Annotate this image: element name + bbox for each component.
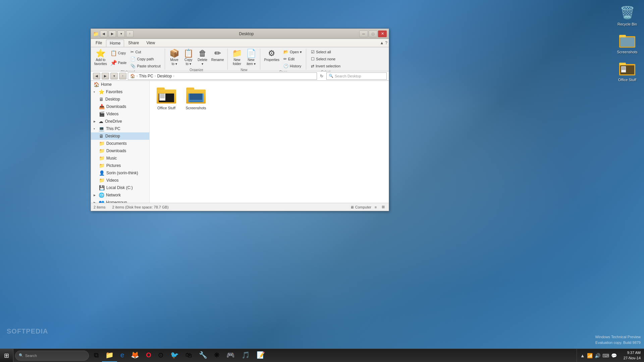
open-button[interactable]: 📂 Open ▾ xyxy=(281,49,304,55)
move-to-button[interactable]: 📦 Moveto ▾ xyxy=(168,49,181,67)
softpedia-watermark: SOFTPEDIA xyxy=(7,327,48,335)
task-view-button[interactable]: ⧉ xyxy=(91,349,102,362)
file-item-office-stuff[interactable]: Office Stuff xyxy=(153,84,180,112)
sidebar-item-pc-videos[interactable]: 📁 Videos xyxy=(91,177,149,184)
sidebar-item-pc-documents[interactable]: 📁 Documents xyxy=(91,140,149,147)
sidebar-item-pc-desktop[interactable]: 🖥 Desktop xyxy=(91,132,149,140)
add-to-favorites-button[interactable]: ⭐ Add tofavorites xyxy=(93,49,108,67)
sidebar-item-pc-downloads[interactable]: 📁 Downloads xyxy=(91,147,149,155)
sidebar-item-fav-desktop[interactable]: 🖥 Desktop xyxy=(91,96,149,103)
ribbon-collapse[interactable]: ▲ xyxy=(380,41,384,45)
tab-share[interactable]: Share xyxy=(125,39,142,47)
tray-notification-icon[interactable]: 💬 xyxy=(611,353,617,358)
minimize-button[interactable]: ─ xyxy=(359,31,368,37)
rename-icon: ✏ xyxy=(214,49,221,57)
select-all-button[interactable]: ☑ Select all xyxy=(309,49,342,55)
taskbar-app-firefox[interactable]: 🦊 xyxy=(127,349,143,362)
copy-to-button[interactable]: 📋 Copyto ▾ xyxy=(182,49,195,67)
office-stuff-desktop-icon[interactable]: Office Stuff xyxy=(614,59,641,83)
properties-button[interactable]: ⚙ Properties xyxy=(263,49,281,67)
ribbon-content: ⭐ Add tofavorites 📋 Copy 📌 Paste xyxy=(91,47,389,71)
file-item-screenshots[interactable]: Screenshots xyxy=(182,84,209,112)
sidebar-item-favorites[interactable]: ▾ ⭐ Favorites xyxy=(91,88,149,96)
tray-network-icon[interactable]: 📶 xyxy=(587,353,593,358)
addr-dropdown-button[interactable]: ▾ xyxy=(110,73,118,79)
sidebar-item-this-pc[interactable]: ▾ 💻 This PC xyxy=(91,125,149,132)
address-path[interactable]: 🏠 › This PC › Desktop › xyxy=(128,72,317,80)
history-button[interactable]: 🕐 History xyxy=(281,63,304,69)
sidebar-item-pc-music[interactable]: 📁 Music xyxy=(91,155,149,162)
recent-button[interactable]: ▾ xyxy=(117,31,125,37)
pc-downloads-label: Downloads xyxy=(106,148,126,153)
select-all-icon: ☑ xyxy=(311,50,315,54)
screenshots-desktop-icon[interactable]: Screenshots xyxy=(614,31,641,56)
tab-view[interactable]: View xyxy=(143,39,158,47)
forward-button[interactable]: ▶ xyxy=(109,31,116,37)
taskbar-app-store[interactable]: 🛍 xyxy=(182,349,196,362)
taskbar-app-chrome[interactable]: ⊙ xyxy=(155,349,167,362)
invert-icon: ⇄ xyxy=(311,64,314,68)
maximize-button[interactable]: □ xyxy=(369,31,377,37)
edit-button[interactable]: ✏ Edit xyxy=(281,56,304,62)
refresh-button[interactable]: ↻ xyxy=(318,73,325,79)
paste-button[interactable]: 📌 Paste xyxy=(109,58,128,68)
delete-button[interactable]: 🗑 Delete▾ xyxy=(196,49,209,67)
new-item-button[interactable]: 📄 Newitem ▾ xyxy=(245,49,258,67)
list-view-button[interactable]: ≡ xyxy=(373,204,379,210)
sidebar-item-pc-user[interactable]: 👤 Sorin (sorin-think) xyxy=(91,169,149,177)
copy-path-button[interactable]: 📄 Copy path xyxy=(128,56,162,62)
cut-button[interactable]: ✂ Cut xyxy=(128,49,162,55)
path-this-pc[interactable]: This PC xyxy=(139,74,153,78)
new-folder-button[interactable]: 📁 Newfolder xyxy=(230,49,244,67)
home-icon: 🏠 xyxy=(94,82,99,87)
sidebar-homegroup-label: Homegroup xyxy=(106,200,127,203)
select-none-button[interactable]: ☐ Select none xyxy=(309,56,342,62)
help-button[interactable]: ? xyxy=(385,41,387,45)
sidebar-item-homegroup[interactable]: ▶ 👥 Homegroup xyxy=(91,199,149,203)
sidebar-item-local-disk[interactable]: 💾 Local Disk (C:) xyxy=(91,184,149,191)
taskbar-app-notepad[interactable]: 📝 xyxy=(253,349,268,362)
sidebar-item-fav-downloads[interactable]: 📥 Downloads xyxy=(91,103,149,110)
sidebar-item-onedrive[interactable]: ▶ ☁ OneDrive xyxy=(91,118,149,125)
copy-button[interactable]: 📋 Copy xyxy=(109,49,128,58)
tray-volume-icon[interactable]: 🔊 xyxy=(595,353,600,358)
sidebar-item-fav-videos[interactable]: 🎬 Videos xyxy=(91,110,149,118)
taskbar-app-opera[interactable]: O xyxy=(143,349,155,362)
tab-home[interactable]: Home xyxy=(106,40,124,47)
taskbar-app-twitter[interactable]: 🐦 xyxy=(167,349,182,362)
pc-videos-icon: 📁 xyxy=(99,178,105,183)
rename-button[interactable]: ✏ Rename xyxy=(210,49,225,67)
sidebar-item-network[interactable]: ▶ 🌐 Network xyxy=(91,191,149,199)
up-button[interactable]: ↑ xyxy=(126,31,133,37)
taskbar-app-app3[interactable]: 🎮 xyxy=(223,349,238,362)
paste-shortcut-button[interactable]: 📎 Paste shortcut xyxy=(128,63,162,69)
addr-back-button[interactable]: ◀ xyxy=(93,73,100,79)
grid-view-button[interactable]: ⊞ xyxy=(380,204,386,210)
back-button[interactable]: ◀ xyxy=(100,31,107,37)
tray-keyboard-icon[interactable]: ⌨ xyxy=(602,353,609,358)
screenshots-folder-icon xyxy=(619,33,635,49)
tab-file[interactable]: File xyxy=(92,39,105,47)
office-stuff-file-label: Office Stuff xyxy=(157,106,175,110)
invert-selection-button[interactable]: ⇄ Invert selection xyxy=(309,63,342,69)
path-desktop[interactable]: Desktop xyxy=(157,74,172,78)
sidebar-item-pc-pictures[interactable]: 📁 Pictures xyxy=(91,162,149,169)
select-all-label: Select all xyxy=(316,50,331,54)
taskbar-search[interactable]: 🔍 Search xyxy=(15,351,89,361)
start-button[interactable]: ⊞ xyxy=(0,349,13,362)
taskbar-app-explorer[interactable]: 📁 xyxy=(102,349,117,362)
search-box[interactable]: 🔍 Search Desktop xyxy=(326,72,387,80)
recycle-bin-desktop-icon[interactable]: 🗑️ Recycle Bin xyxy=(614,3,641,28)
addr-forward-button[interactable]: ▶ xyxy=(102,73,109,79)
sidebar-item-home[interactable]: 🏠 Home xyxy=(91,81,149,88)
addr-up-button[interactable]: ↑ xyxy=(119,73,126,79)
taskbar-app-app2[interactable]: ❋ xyxy=(211,349,223,362)
close-button[interactable]: ✕ xyxy=(378,31,387,37)
taskbar-clock[interactable]: 9:37 AM 27-Nov-14 xyxy=(620,350,644,361)
taskbar-app-edge[interactable]: e xyxy=(117,349,127,362)
properties-icon: ⚙ xyxy=(268,49,275,57)
screenshots-icon-wrap xyxy=(186,86,206,105)
tray-show-hidden[interactable]: ▲ xyxy=(580,353,585,358)
taskbar-app-app4[interactable]: 🎵 xyxy=(238,349,253,362)
taskbar-app-app1[interactable]: 🔧 xyxy=(196,349,211,362)
